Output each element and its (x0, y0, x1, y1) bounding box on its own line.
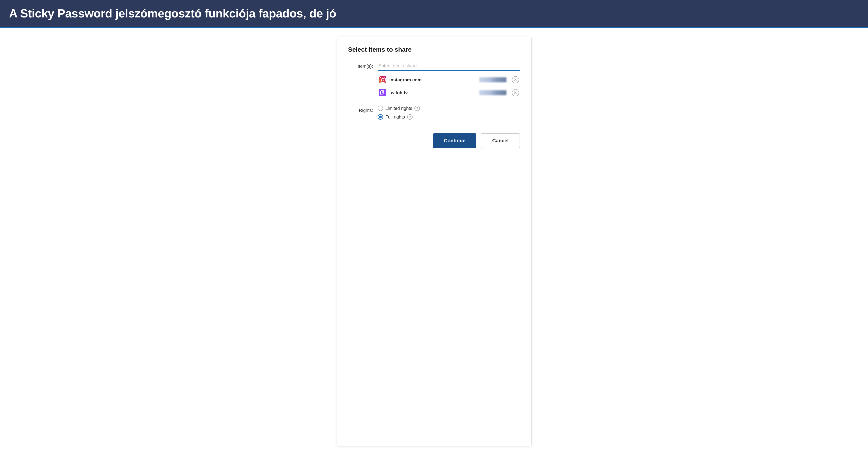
svg-rect-5 (382, 91, 383, 93)
page-content: Select items to share Item(s): (0, 28, 868, 460)
cancel-button[interactable]: Cancel (481, 133, 520, 148)
twitch-icon (379, 89, 387, 97)
limited-rights-help-icon[interactable]: ? (414, 106, 420, 111)
continue-button[interactable]: Continue (433, 133, 476, 148)
remove-instagram-button[interactable]: ✕ (512, 76, 519, 84)
full-rights-help-icon[interactable]: ? (407, 114, 412, 120)
list-item: instagram.com ✕ (378, 73, 520, 86)
remove-twitch-button[interactable]: ✕ (512, 89, 519, 96)
items-list: instagram.com ✕ (378, 73, 520, 99)
items-control: instagram.com ✕ (378, 61, 520, 99)
item-password-instagram (479, 77, 506, 82)
full-rights-radio[interactable] (378, 114, 383, 120)
svg-rect-6 (383, 91, 384, 93)
full-rights-label: Full rights (385, 114, 405, 120)
item-name-twitch: twitch.tv (390, 90, 479, 95)
instagram-icon (379, 76, 387, 84)
item-password-twitch (479, 90, 506, 95)
limited-rights-option[interactable]: Limited rights ? (378, 106, 420, 111)
limited-rights-radio[interactable] (378, 106, 383, 111)
dialog-title: Select items to share (348, 46, 520, 53)
items-row: Item(s): (348, 61, 520, 99)
full-rights-option[interactable]: Full rights ? (378, 114, 420, 120)
rights-row: Rights: Limited rights ? Full rights (348, 106, 520, 120)
dialog-container: Select items to share Item(s): (337, 37, 532, 447)
header-banner: A Sticky Password jelszómegosztó funkció… (0, 0, 868, 28)
page-title: A Sticky Password jelszómegosztó funkció… (9, 6, 859, 21)
svg-point-2 (384, 78, 385, 79)
list-item: twitch.tv ✕ (378, 86, 520, 99)
dialog-actions: Continue Cancel (348, 133, 520, 148)
rights-label: Rights: (348, 106, 378, 113)
rights-options: Limited rights ? Full rights ? (378, 106, 420, 120)
limited-rights-label: Limited rights (385, 106, 412, 111)
item-name-instagram: instagram.com (390, 77, 479, 83)
items-label: Item(s): (348, 61, 378, 69)
items-input[interactable] (378, 61, 520, 71)
radio-selected-indicator (379, 116, 382, 118)
